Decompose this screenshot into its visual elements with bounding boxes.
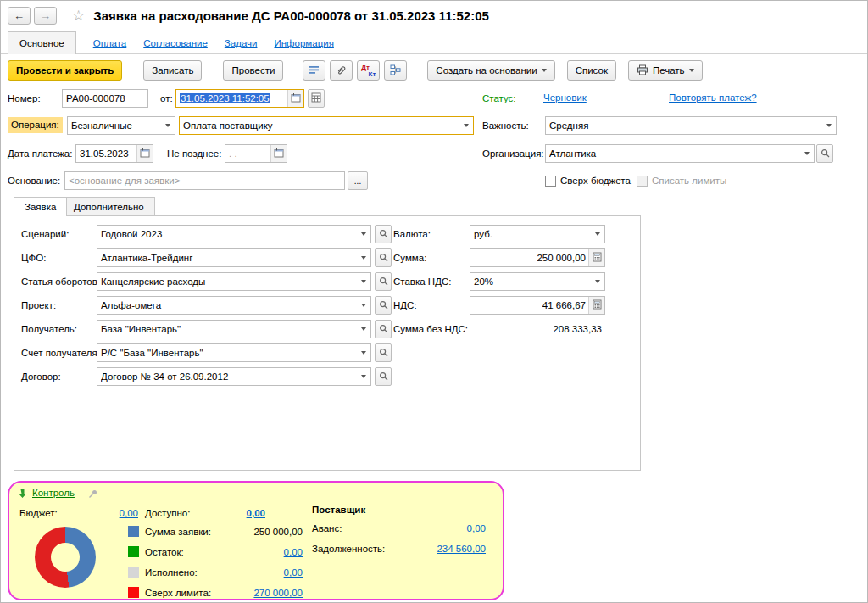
control-link[interactable]: Контроль xyxy=(32,488,75,498)
operation-kind-field[interactable]: Оплата поставщику xyxy=(179,116,474,135)
legend-value-executed: 0,00 xyxy=(218,566,303,579)
post-and-close-button[interactable]: Провести и закрыть xyxy=(8,60,122,81)
post-button[interactable]: Провести xyxy=(223,60,283,81)
dropdown-button[interactable] xyxy=(357,249,370,266)
calculator-button[interactable] xyxy=(588,297,604,314)
pay-date-field[interactable]: 31.05.2023 xyxy=(75,144,153,163)
chevron-down-icon xyxy=(689,69,694,72)
nav-link-approval[interactable]: Согласование xyxy=(143,38,208,48)
project-field[interactable]: Альфа-омега xyxy=(97,296,371,315)
doc-date-field[interactable]: 31.05.2023 11:52:05 xyxy=(175,89,304,108)
cfo-open-button[interactable] xyxy=(375,248,392,267)
tab-main[interactable]: Основное xyxy=(8,31,76,54)
nav-link-tasks[interactable]: Задачи xyxy=(225,38,258,48)
legend-label-executed: Исполнено: xyxy=(145,566,198,579)
dt-kt-postings-button[interactable]: ДтКт xyxy=(357,60,380,81)
calendar-picker-button[interactable] xyxy=(287,90,303,107)
dropdown-button[interactable] xyxy=(161,117,175,134)
magnifier-icon xyxy=(379,276,388,288)
calendar-picker-button[interactable] xyxy=(270,145,287,162)
contract-field[interactable]: Договор № 34 от 26.09.2012 xyxy=(97,367,371,386)
chevron-down-icon xyxy=(464,124,469,127)
forward-button[interactable]: → xyxy=(34,7,57,25)
nav-link-payment[interactable]: Оплата xyxy=(93,38,127,48)
amount-field[interactable]: 250 000,00 xyxy=(470,248,605,267)
chevron-down-icon xyxy=(595,232,600,236)
dropdown-button[interactable] xyxy=(459,117,473,134)
attachments-button[interactable] xyxy=(330,60,353,81)
list-button[interactable]: Список xyxy=(567,60,616,81)
organization-open-button[interactable] xyxy=(816,144,833,163)
toolbar-icon-group: ДтКт xyxy=(303,60,407,81)
calendar-grid-button[interactable] xyxy=(308,89,325,108)
report-movements-button[interactable] xyxy=(303,60,326,81)
dropdown-button[interactable] xyxy=(822,117,836,134)
recipient-open-button[interactable] xyxy=(375,320,392,338)
print-button[interactable]: Печать xyxy=(628,60,703,81)
dropdown-button[interactable] xyxy=(357,321,370,338)
nav-link-info[interactable]: Информация xyxy=(274,38,333,48)
currency-field[interactable]: руб. xyxy=(470,225,605,243)
dropdown-button[interactable] xyxy=(591,273,604,290)
magnifier-icon xyxy=(379,371,388,382)
tab-request[interactable]: Заявка xyxy=(14,197,67,216)
checkbox-icon xyxy=(637,176,648,187)
turnover-item-open-button[interactable] xyxy=(375,272,392,291)
tab-additional[interactable]: Дополнительно xyxy=(63,197,155,216)
recipient-account-field[interactable]: Р/С "База "Инвентарь" xyxy=(97,343,371,362)
doc-date-label: от: xyxy=(160,89,173,108)
write-button[interactable]: Записать xyxy=(143,60,202,81)
vat-field[interactable]: 41 666,67 xyxy=(470,296,605,315)
dropdown-button[interactable] xyxy=(357,344,370,361)
print-label: Печать xyxy=(653,65,685,75)
repeat-payment-link[interactable]: Повторять платеж? xyxy=(669,92,757,103)
amount-wo-vat-label: Сумма без НДС: xyxy=(393,320,468,338)
cfo-label: ЦФО: xyxy=(21,248,46,267)
structure-button[interactable] xyxy=(384,60,407,81)
status-value-link[interactable]: Черновик xyxy=(543,92,587,103)
favorite-star-icon[interactable]: ☆ xyxy=(72,8,85,23)
importance-label: Важность: xyxy=(482,116,529,135)
scenario-open-button[interactable] xyxy=(375,225,392,243)
supplier-title: Поставщик xyxy=(312,503,365,516)
collapse-arrow-icon[interactable] xyxy=(18,489,27,499)
contract-open-button[interactable] xyxy=(375,367,392,386)
turnover-item-field[interactable]: Канцелярские расходы xyxy=(97,272,371,291)
basis-field[interactable]: <основание для заявки> xyxy=(64,171,345,190)
dropdown-button[interactable] xyxy=(357,226,370,243)
number-label: Номер: xyxy=(8,89,41,108)
dropdown-button[interactable] xyxy=(357,273,370,290)
back-arrow-icon: ← xyxy=(14,9,25,22)
recipient-account-label: Счет получателя: xyxy=(21,343,100,362)
forward-arrow-icon: → xyxy=(40,9,51,22)
chevron-down-icon xyxy=(542,69,547,72)
calendar-icon xyxy=(274,148,284,159)
deadline-field[interactable]: . . xyxy=(225,144,287,163)
importance-field[interactable]: Средняя xyxy=(545,116,837,135)
calendar-picker-button[interactable] xyxy=(136,145,153,162)
basis-more-button[interactable]: ... xyxy=(348,171,368,190)
project-open-button[interactable] xyxy=(375,296,392,315)
dropdown-button[interactable] xyxy=(357,297,370,314)
debt-value: 234 560,00 xyxy=(399,542,486,556)
legend-value-request-amount: 250 000,00 xyxy=(218,525,303,539)
organization-field[interactable]: Атлантика xyxy=(545,144,815,163)
dropdown-button[interactable] xyxy=(800,145,814,162)
pin-icon[interactable] xyxy=(87,489,98,500)
dropdown-button[interactable] xyxy=(591,226,604,243)
calculator-button[interactable] xyxy=(588,249,604,266)
operation-type-field[interactable]: Безналичные xyxy=(67,116,175,135)
recipient-label: Получатель: xyxy=(21,320,77,338)
available-value: 0,00 xyxy=(211,506,265,520)
create-based-on-button[interactable]: Создать на основании xyxy=(427,60,554,81)
over-budget-checkbox[interactable]: Сверх бюджета xyxy=(545,171,631,190)
recipient-field[interactable]: База "Инвентарь" xyxy=(97,320,371,338)
scenario-field[interactable]: Годовой 2023 xyxy=(97,225,371,243)
recipient-account-open-button[interactable] xyxy=(375,343,392,362)
number-field[interactable]: РА00-000078 xyxy=(62,89,148,108)
vat-rate-field[interactable]: 20% xyxy=(470,272,605,291)
dropdown-button[interactable] xyxy=(357,368,370,385)
back-button[interactable]: ← xyxy=(8,7,31,25)
available-label: Доступно: xyxy=(145,506,190,520)
cfo-field[interactable]: Атлантика-Трейдинг xyxy=(97,248,371,267)
